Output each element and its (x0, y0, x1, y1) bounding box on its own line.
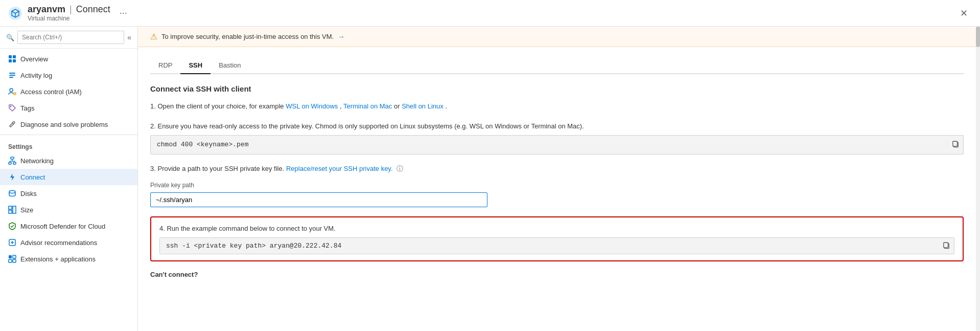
sidebar-search-bar: 🔍 « (0, 27, 137, 49)
step-2-num: 2. (150, 122, 156, 130)
info-icon[interactable]: ⓘ (396, 165, 403, 172)
scrollbar-thumb[interactable] (976, 27, 980, 47)
shield-icon (8, 222, 16, 230)
svg-rect-27 (9, 255, 12, 258)
step-1-link-wsl[interactable]: WSL on Windows (286, 102, 338, 110)
step-1-or: or (394, 102, 402, 110)
sidebar-item-access-control[interactable]: Access control (IAM) (0, 83, 137, 100)
step-4-copy-button[interactable] (943, 241, 950, 250)
sidebar-item-overview[interactable]: Overview (0, 51, 137, 67)
sidebar-item-overview-label: Overview (20, 55, 48, 63)
step-1-text-before: Open the client of your choice, for exam… (157, 102, 286, 110)
svg-rect-14 (9, 162, 11, 164)
header-left: aryanvm | Connect Virtual machine ··· (8, 4, 127, 22)
header: aryanvm | Connect Virtual machine ··· ✕ (0, 0, 980, 27)
sidebar-item-defender[interactable]: Microsoft Defender for Cloud (0, 218, 137, 234)
svg-rect-34 (944, 242, 948, 248)
search-icon: 🔍 (6, 34, 14, 41)
step-2-code-block: chmod 400 <keyname>.pem (150, 135, 964, 155)
search-input[interactable] (17, 31, 124, 44)
svg-rect-5 (9, 73, 15, 74)
step-2: 2. Ensure you have read-only access to t… (150, 121, 964, 155)
step-4: 4. Run the example command below to conn… (159, 224, 954, 234)
step-2-code: chmod 400 <keyname>.pem (157, 141, 248, 148)
tab-ssh[interactable]: SSH (180, 57, 211, 74)
svg-rect-15 (13, 162, 16, 164)
svg-rect-21 (9, 206, 12, 209)
sidebar-item-extensions[interactable]: Extensions + applications (0, 251, 137, 267)
svg-rect-32 (953, 141, 958, 146)
close-button[interactable]: ✕ (956, 6, 972, 21)
header-dots[interactable]: ··· (120, 8, 127, 18)
wrench-icon (8, 120, 16, 128)
person-key-icon (8, 87, 16, 96)
tab-bastion[interactable]: Bastion (211, 57, 249, 74)
sidebar-item-tags[interactable]: Tags (0, 100, 137, 116)
advisor-icon (8, 238, 16, 247)
warning-icon: ⚠ (150, 32, 157, 41)
step-1: 1. Open the client of your choice, for e… (150, 101, 964, 112)
settings-section-label: Settings (0, 137, 137, 152)
warning-message: To improve security, enable just-in-time… (161, 33, 334, 40)
sidebar-item-diagnose-label: Diagnose and solve problems (20, 121, 108, 128)
step-4-code: ssh -i <private key path> aryan@20.222.4… (166, 242, 341, 250)
header-sub-label: Virtual machine (28, 15, 110, 22)
sidebar-item-activity-log[interactable]: Activity log (0, 67, 137, 83)
step-3-link[interactable]: Replace/reset your SSH private key. (286, 165, 393, 172)
content-scroll: RDP SSH Bastion Connect via SSH with cli… (138, 47, 976, 331)
sidebar-item-size[interactable]: Size (0, 202, 137, 218)
tab-rdp[interactable]: RDP (150, 57, 180, 74)
sidebar-item-disks-label: Disks (20, 190, 37, 197)
sidebar-item-tags-label: Tags (20, 104, 34, 112)
network-icon (8, 157, 16, 165)
sidebar-item-advisor-label: Advisor recommendations (20, 239, 97, 247)
svg-rect-23 (9, 210, 12, 213)
sidebar-item-access-control-label: Access control (IAM) (20, 88, 82, 96)
sidebar-divider (0, 135, 137, 135)
svg-point-11 (10, 106, 12, 107)
sidebar-item-networking[interactable]: Networking (0, 152, 137, 169)
step-4-text: Run the example command below to connect… (167, 225, 335, 232)
sidebar-item-advisor[interactable]: Advisor recommendations (0, 234, 137, 251)
sidebar-item-connect[interactable]: Connect (0, 169, 137, 185)
svg-rect-1 (9, 55, 12, 58)
step-3-text-before: Provide a path to your SSH private key f… (157, 165, 286, 172)
sidebar-item-activity-log-label: Activity log (20, 72, 52, 79)
sidebar: 🔍 « Overview Activity log (0, 27, 138, 331)
step-2-copy-button[interactable] (952, 140, 959, 149)
step-1-link-mac[interactable]: Terminal on Mac (343, 102, 392, 110)
private-key-input[interactable] (150, 192, 487, 207)
cant-connect-title: Can't connect? (150, 271, 964, 278)
sidebar-item-extensions-label: Extensions + applications (20, 255, 96, 263)
vm-logo-icon (8, 6, 22, 20)
right-scrollbar[interactable] (976, 27, 980, 331)
sidebar-item-disks[interactable]: Disks (0, 185, 137, 202)
tag-icon (8, 104, 16, 112)
svg-point-8 (10, 89, 13, 92)
svg-rect-3 (9, 59, 12, 62)
svg-rect-4 (13, 59, 16, 62)
warning-arrow-link[interactable]: → (338, 33, 344, 40)
list-icon (8, 71, 16, 79)
svg-rect-22 (13, 206, 16, 213)
svg-rect-13 (11, 157, 14, 159)
step-4-num: 4. (159, 225, 165, 232)
step-3: 3. Provide a path to your SSH private ke… (150, 164, 964, 207)
private-key-label: Private key path (150, 181, 964, 190)
vm-name: aryanvm (28, 4, 65, 15)
svg-line-12 (12, 123, 14, 124)
header-separator: | (69, 4, 72, 15)
extensions-icon (8, 255, 16, 263)
sidebar-nav: Overview Activity log Access control (IA… (0, 49, 137, 331)
main-layout: 🔍 « Overview Activity log (0, 27, 980, 331)
sidebar-item-diagnose[interactable]: Diagnose and solve problems (0, 116, 137, 133)
sidebar-item-networking-label: Networking (20, 157, 54, 165)
step-1-num: 1. (150, 102, 156, 110)
sidebar-collapse-button[interactable]: « (127, 33, 131, 41)
svg-rect-2 (13, 55, 16, 58)
step-4-highlighted: 4. Run the example command below to conn… (150, 216, 964, 261)
grid-icon (8, 55, 16, 63)
step-1-comma: , (340, 102, 343, 110)
step-1-link-linux[interactable]: Shell on Linux (402, 102, 444, 110)
sidebar-item-size-label: Size (20, 206, 33, 214)
